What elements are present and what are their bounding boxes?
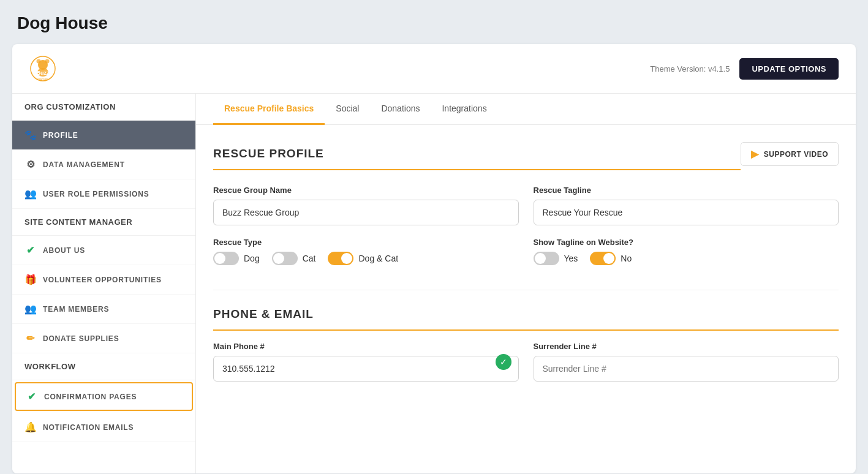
sidebar: ORG CUSTOMIZATION 🐾 PROFILE ⚙ DATA MANAG… bbox=[12, 94, 196, 473]
phone-row: Main Phone # ✓ Surrender Line # bbox=[213, 342, 839, 382]
toggle-dog-cat-slider bbox=[328, 252, 353, 265]
tabs-bar: Rescue Profile Basics Social Donations I… bbox=[196, 94, 856, 125]
sidebar-item-team-members[interactable]: 👥 TEAM MEMBERS bbox=[12, 295, 195, 324]
svg-text:Buzz: Buzz bbox=[37, 70, 50, 76]
tab-rescue-profile-basics[interactable]: Rescue Profile Basics bbox=[213, 94, 325, 125]
sidebar-item-profile[interactable]: 🐾 PROFILE bbox=[12, 121, 195, 150]
toggle-dog-label: Dog bbox=[244, 254, 260, 263]
rescue-group-name-label: Rescue Group Name bbox=[213, 186, 519, 195]
sidebar-item-data-management[interactable]: ⚙ DATA MANAGEMENT bbox=[12, 150, 195, 179]
toggle-no: No bbox=[590, 252, 632, 265]
rescue-type-label: Rescue Type bbox=[213, 238, 519, 247]
sidebar-item-confirmation-pages[interactable]: ✔ CONFIRMATION PAGES bbox=[15, 382, 193, 411]
right-panel: Rescue Profile Basics Social Donations I… bbox=[196, 94, 856, 473]
main-phone-label: Main Phone # bbox=[213, 342, 519, 351]
toggle-no-slider bbox=[590, 252, 616, 265]
sidebar-label-notification-emails: NOTIFICATION EMAILS bbox=[43, 423, 134, 432]
page-title: Dog House bbox=[0, 0, 868, 44]
sidebar-item-donate-supplies[interactable]: ✏ DONATE SUPPLIES bbox=[12, 324, 195, 353]
tab-integrations[interactable]: Integrations bbox=[431, 94, 497, 125]
sidebar-item-user-role-permissions[interactable]: 👥 USER ROLE PERMISSIONS bbox=[12, 179, 195, 209]
toggle-dog-cat-label: Dog & Cat bbox=[358, 254, 398, 263]
surrender-line-label: Surrender Line # bbox=[534, 342, 839, 351]
toggle-cat: Cat bbox=[272, 252, 316, 265]
phone-ok-icon: ✓ bbox=[496, 354, 511, 370]
sidebar-label-data-management: DATA MANAGEMENT bbox=[43, 160, 125, 169]
rescue-profile-section: RESCUE PROFILE ▶ SUPPORT VIDEO Rescue Gr… bbox=[213, 125, 839, 290]
toggle-yes-slider bbox=[534, 252, 559, 265]
toggle-yes-label: Yes bbox=[564, 254, 578, 263]
sidebar-item-volunteer-opportunities[interactable]: 🎁 VOLUNTEER OPPORTUNITIES bbox=[12, 265, 195, 295]
toggle-cat-label: Cat bbox=[303, 254, 316, 263]
svg-point-2 bbox=[37, 59, 41, 64]
sidebar-label-volunteer-opportunities: VOLUNTEER OPPORTUNITIES bbox=[43, 276, 162, 284]
svg-point-3 bbox=[45, 59, 50, 64]
show-tagline-toggles: Yes No bbox=[534, 252, 839, 265]
gift-icon: 🎁 bbox=[25, 274, 37, 285]
sidebar-section-site-content-manager: SITE CONTENT MANAGER bbox=[12, 209, 195, 236]
toggle-cat-slider bbox=[272, 252, 298, 265]
rescue-type-toggles: Dog Cat bbox=[213, 252, 519, 265]
bell-icon: 🔔 bbox=[25, 421, 37, 433]
check-circle-icon: ✔ bbox=[25, 244, 37, 256]
toggle-dog-cat: Dog & Cat bbox=[328, 252, 398, 265]
sidebar-label-donate-supplies: DONATE SUPPLIES bbox=[43, 334, 119, 343]
rescue-type-group: Rescue Type Dog bbox=[213, 238, 519, 265]
rescue-tagline-group: Rescue Tagline bbox=[534, 186, 839, 225]
surrender-line-group: Surrender Line # bbox=[534, 342, 839, 382]
sidebar-label-team-members: TEAM MEMBERS bbox=[43, 305, 109, 314]
main-phone-input[interactable] bbox=[213, 356, 519, 382]
show-tagline-label: Show Tagline on Website? bbox=[534, 238, 839, 247]
settings-icon: ⚙ bbox=[25, 159, 37, 170]
paw-icon: 🐾 bbox=[25, 129, 37, 141]
toggle-yes-switch[interactable] bbox=[534, 252, 559, 265]
users-icon: 👥 bbox=[25, 188, 37, 200]
youtube-icon: ▶ bbox=[751, 148, 759, 160]
support-video-button[interactable]: ▶ SUPPORT VIDEO bbox=[741, 142, 839, 166]
section-header-row: RESCUE PROFILE ▶ SUPPORT VIDEO bbox=[213, 142, 839, 175]
logo-area: Buzz rescues bbox=[29, 55, 56, 82]
sidebar-label-user-role-permissions: USER ROLE PERMISSIONS bbox=[43, 190, 149, 198]
rescue-tagline-label: Rescue Tagline bbox=[534, 186, 839, 195]
sidebar-label-profile: PROFILE bbox=[43, 131, 78, 140]
rescue-name-tagline-row: Rescue Group Name Rescue Tagline bbox=[213, 186, 839, 225]
theme-version-label: Theme Version: v4.1.5 bbox=[650, 64, 730, 73]
svg-text:rescues: rescues bbox=[37, 77, 48, 81]
main-phone-group: Main Phone # ✓ bbox=[213, 342, 519, 382]
toggle-cat-switch[interactable] bbox=[272, 252, 298, 265]
tab-donations[interactable]: Donations bbox=[370, 94, 431, 125]
logo-icon: Buzz rescues bbox=[29, 55, 56, 82]
support-video-label: SUPPORT VIDEO bbox=[764, 150, 828, 159]
toggle-dog: Dog bbox=[213, 252, 260, 265]
team-icon: 👥 bbox=[25, 303, 37, 315]
check-circle-icon-2: ✔ bbox=[26, 391, 38, 402]
header-right: Theme Version: v4.1.5 UPDATE OPTIONS bbox=[650, 58, 839, 80]
toggle-dog-cat-switch[interactable] bbox=[328, 252, 353, 265]
phone-email-title: PHONE & EMAIL bbox=[213, 307, 839, 331]
phone-email-section: PHONE & EMAIL Main Phone # ✓ Surrender L… bbox=[213, 290, 839, 406]
card-header: Buzz rescues Theme Version: v4.1.5 UPDAT… bbox=[12, 44, 856, 94]
tab-social[interactable]: Social bbox=[325, 94, 370, 125]
show-tagline-group: Show Tagline on Website? Yes bbox=[534, 238, 839, 265]
main-content: RESCUE PROFILE ▶ SUPPORT VIDEO Rescue Gr… bbox=[196, 125, 856, 473]
update-options-button[interactable]: UPDATE OPTIONS bbox=[739, 58, 839, 80]
toggle-no-switch[interactable] bbox=[590, 252, 616, 265]
sidebar-section-org-customization: ORG CUSTOMIZATION bbox=[12, 94, 195, 121]
rescue-group-name-group: Rescue Group Name bbox=[213, 186, 519, 225]
surrender-line-input[interactable] bbox=[534, 356, 839, 382]
main-card: Buzz rescues Theme Version: v4.1.5 UPDAT… bbox=[12, 44, 856, 473]
sidebar-item-notification-emails[interactable]: 🔔 NOTIFICATION EMAILS bbox=[12, 413, 195, 442]
sidebar-item-about-us[interactable]: ✔ ABOUT US bbox=[12, 236, 195, 265]
toggle-dog-slider bbox=[213, 252, 239, 265]
toggle-yes: Yes bbox=[534, 252, 578, 265]
rescue-tagline-input[interactable] bbox=[534, 200, 839, 225]
sidebar-label-confirmation-pages: CONFIRMATION PAGES bbox=[44, 393, 137, 401]
toggle-dog-switch[interactable] bbox=[213, 252, 239, 265]
rescue-profile-title: RESCUE PROFILE bbox=[213, 147, 741, 170]
rescue-group-name-input[interactable] bbox=[213, 200, 519, 225]
sidebar-section-workflow: WORKFLOW bbox=[12, 353, 195, 380]
sidebar-label-about-us: ABOUT US bbox=[43, 246, 85, 255]
toggle-no-label: No bbox=[621, 254, 632, 263]
pencil-icon: ✏ bbox=[25, 333, 37, 344]
content-area: ORG CUSTOMIZATION 🐾 PROFILE ⚙ DATA MANAG… bbox=[12, 94, 856, 473]
